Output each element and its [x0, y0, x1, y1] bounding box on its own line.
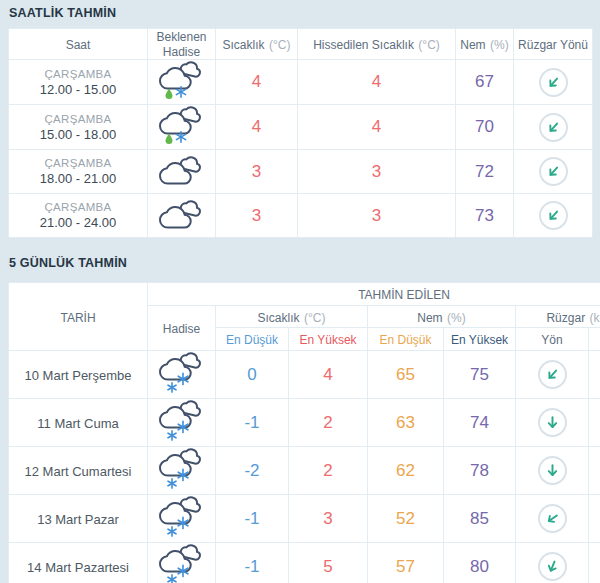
humidity-max-value: 75	[444, 351, 516, 399]
temp-max-value: 5	[289, 543, 368, 583]
temp-max-value: 4	[289, 351, 368, 399]
humidity-max-value: 74	[444, 399, 516, 447]
temp-min-value: -1	[216, 495, 289, 543]
wind-cell	[516, 399, 589, 447]
humidity-min-value: 62	[368, 447, 444, 495]
wind-speed-cell-clipped	[589, 543, 600, 583]
col-header-hissedilen-sicaklik: Hissedilen Sıcaklık (°C)	[298, 29, 456, 60]
snow-icon	[159, 351, 205, 394]
weather-widget: SAATLİK TAHMİN Saat Beklenen Hadise Sıca…	[0, 0, 600, 583]
time-slot-cell: ÇARŞAMBA21.00 - 24.00	[9, 194, 148, 238]
col-header-ruzgar-yonu: Rüzgar Yönü	[514, 29, 593, 60]
hourly-forecast-table: Saat Beklenen Hadise Sıcaklık (°C) Hisse…	[8, 28, 593, 238]
temperature-value: 4	[216, 105, 298, 150]
humidity-min-value: 65	[368, 351, 444, 399]
humidity-max-value: 80	[444, 543, 516, 583]
wind-direction-icon	[538, 408, 567, 437]
hourly-row: ÇARŞAMBA21.00 - 24.00 3 3 73	[9, 194, 593, 238]
date-cell: 11 Mart Cuma	[9, 399, 148, 447]
feels-like-value: 3	[298, 150, 456, 194]
hourly-section-title: SAATLİK TAHMİN	[9, 6, 600, 20]
hourly-row: ÇARŞAMBA12.00 - 15.00 4 4 67	[9, 60, 593, 105]
wind-speed-cell-clipped	[589, 399, 600, 447]
wind-direction-icon	[538, 360, 567, 389]
wind-cell	[516, 543, 589, 583]
col-header-hadise: Hadise	[148, 306, 216, 351]
condition-cell	[148, 60, 216, 105]
hourly-row: ÇARŞAMBA15.00 - 18.00 4 4 70	[9, 105, 593, 150]
wind-cell	[514, 150, 593, 194]
temperature-value: 4	[216, 60, 298, 105]
col-group-nem: Nem (%)	[368, 306, 516, 328]
col-header-tahmin-edilen: TAHMİN EDİLEN	[148, 283, 600, 306]
temperature-value: 3	[216, 150, 298, 194]
condition-cell	[148, 399, 216, 447]
col-header-hiz-clipped	[589, 328, 600, 351]
humidity-min-value: 57	[368, 543, 444, 583]
daily-row: 11 Mart Cuma -1 2 63 74	[9, 399, 600, 447]
wind-cell	[516, 351, 589, 399]
humidity-min-value: 63	[368, 399, 444, 447]
daily-forecast-table: TARİH TAHMİN EDİLEN Hadise Sıcaklık (°C)…	[8, 282, 600, 583]
humidity-max-value: 78	[444, 447, 516, 495]
col-group-ruzgar: Rüzgar (km/sa)	[516, 306, 600, 328]
wind-direction-icon	[539, 201, 568, 230]
col-header-nem: Nem (%)	[456, 29, 514, 60]
wind-cell	[514, 194, 593, 238]
humidity-value: 67	[456, 60, 514, 105]
date-cell: 14 Mart Pazartesi	[9, 543, 148, 583]
daily-section-title: 5 GÜNLÜK TAHMİN	[9, 256, 600, 270]
col-header-tarih: TARİH	[9, 283, 148, 351]
daily-row: 10 Mart Perşembe 0 4 65 75	[9, 351, 600, 399]
humidity-max-value: 85	[444, 495, 516, 543]
feels-like-value: 3	[298, 194, 456, 238]
wind-cell	[516, 447, 589, 495]
temperature-value: 3	[216, 194, 298, 238]
time-slot-cell: ÇARŞAMBA15.00 - 18.00	[9, 105, 148, 150]
wind-cell	[514, 105, 593, 150]
temp-max-value: 2	[289, 447, 368, 495]
condition-cell	[148, 105, 216, 150]
wind-direction-icon	[538, 456, 567, 485]
daily-row: 14 Mart Pazartesi -1 5 57 80	[9, 543, 600, 583]
wind-speed-cell-clipped	[589, 351, 600, 399]
temp-min-value: -2	[216, 447, 289, 495]
wind-direction-icon	[538, 504, 567, 533]
temp-max-value: 3	[289, 495, 368, 543]
temp-min-value: -1	[216, 399, 289, 447]
col-header-yon: Yön	[516, 328, 589, 351]
condition-cell	[148, 543, 216, 583]
daily-header-row-1: TARİH TAHMİN EDİLEN	[9, 283, 600, 306]
snow-icon	[159, 543, 205, 583]
col-group-sicaklik: Sıcaklık (°C)	[216, 306, 368, 328]
wind-direction-icon	[539, 157, 568, 186]
humidity-value: 72	[456, 150, 514, 194]
cloudy-icon	[159, 199, 205, 229]
wind-speed-cell-clipped	[589, 447, 600, 495]
wind-direction-icon	[539, 68, 568, 97]
humidity-min-value: 52	[368, 495, 444, 543]
hourly-header-row: Saat Beklenen Hadise Sıcaklık (°C) Hisse…	[9, 29, 593, 60]
date-cell: 13 Mart Pazar	[9, 495, 148, 543]
condition-cell	[148, 194, 216, 238]
date-cell: 12 Mart Cumartesi	[9, 447, 148, 495]
temp-max-value: 2	[289, 399, 368, 447]
wind-speed-cell-clipped	[589, 495, 600, 543]
col-header-hum-min: En Düşük	[368, 328, 444, 351]
wind-direction-icon	[538, 552, 567, 581]
time-slot-cell: ÇARŞAMBA18.00 - 21.00	[9, 150, 148, 194]
wind-direction-icon	[539, 113, 568, 142]
col-header-temp-min: En Düşük	[216, 328, 289, 351]
condition-cell	[148, 447, 216, 495]
humidity-value: 73	[456, 194, 514, 238]
feels-like-value: 4	[298, 60, 456, 105]
sleet-icon	[159, 60, 205, 100]
col-header-temp-max: En Yüksek	[289, 328, 368, 351]
wind-cell	[516, 495, 589, 543]
col-header-beklenen-hadise: Beklenen Hadise	[148, 29, 216, 60]
cloudy-icon	[159, 155, 205, 185]
temp-min-value: 0	[216, 351, 289, 399]
wind-cell	[514, 60, 593, 105]
snow-icon	[159, 399, 205, 442]
hourly-row: ÇARŞAMBA18.00 - 21.00 3 3 72	[9, 150, 593, 194]
